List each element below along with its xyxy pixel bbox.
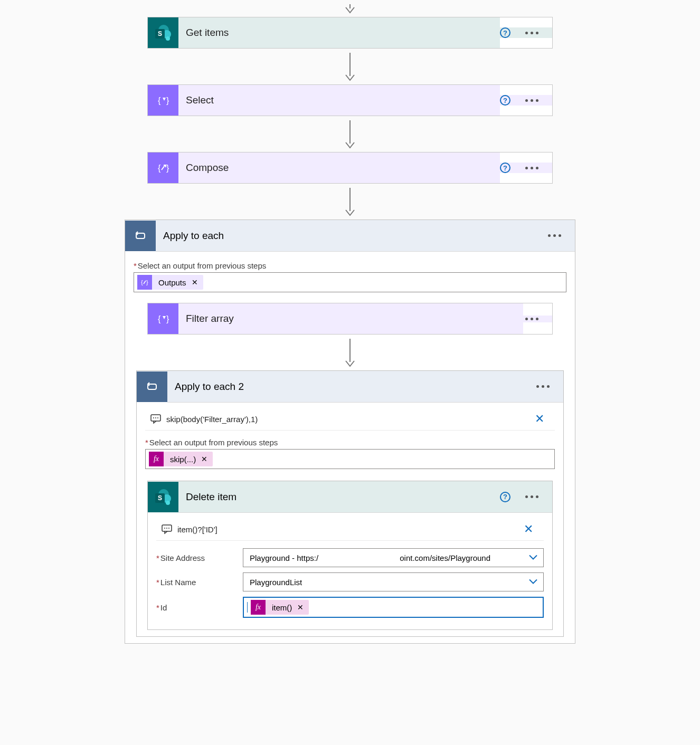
id-label: *Id (156, 603, 238, 612)
site-address-select[interactable]: Playground - https:/ oint.com/sites/Play… (243, 548, 544, 567)
card-menu-icon[interactable] (534, 383, 552, 390)
flow-arrow (147, 0, 553, 17)
action-card-get-items[interactable]: S Get items ? (147, 17, 553, 49)
id-input[interactable]: fx item() ✕ (243, 597, 544, 618)
card-menu-icon[interactable] (523, 30, 541, 36)
svg-text:}: } (146, 279, 148, 285)
card-header[interactable]: S Delete item ? (148, 481, 552, 513)
card-title: Get items (178, 17, 500, 48)
text-cursor (247, 602, 248, 613)
container-title: Apply to each 2 (167, 371, 534, 403)
container-header[interactable]: Apply to each (125, 220, 575, 252)
peek-code-text: item()?['ID'] (174, 525, 521, 534)
action-card-filter-array[interactable]: {} Filter array (147, 303, 553, 335)
flow-arrow (147, 335, 553, 370)
field-label: *Select an output from previous steps (134, 261, 566, 270)
flow-arrow (147, 49, 553, 84)
action-card-compose[interactable]: {} Compose ? (147, 152, 553, 184)
token-outputs[interactable]: {} Outputs ✕ (137, 275, 203, 290)
list-name-label: *List Name (156, 578, 238, 587)
svg-text:{: { (158, 164, 161, 173)
output-selector[interactable]: fx skip(...) ✕ (145, 449, 555, 469)
chevron-down-icon (528, 553, 538, 562)
svg-point-13 (164, 528, 165, 529)
compose-icon: {} (148, 152, 178, 183)
help-icon[interactable]: ? (500, 492, 510, 502)
card-menu-icon[interactable] (523, 165, 541, 171)
site-address-label: *Site Address (156, 553, 238, 562)
chevron-down-icon (528, 578, 538, 587)
select-icon: {} (148, 85, 178, 116)
svg-text:}: } (166, 96, 169, 105)
sharepoint-icon: S (148, 17, 178, 48)
apply-to-each-2-container: Apply to each 2 skip(body('Filter_array'… (136, 370, 564, 637)
card-menu-icon[interactable] (523, 316, 541, 322)
card-menu-icon[interactable] (546, 232, 563, 239)
svg-point-11 (157, 417, 158, 418)
svg-text:}: } (166, 164, 169, 173)
close-icon[interactable]: ✕ (521, 521, 536, 537)
token-item-expression[interactable]: fx item() ✕ (251, 600, 309, 615)
peek-code-row: skip(body('Filter_array'),1) ✕ (145, 408, 555, 431)
action-card-select[interactable]: {} Select ? (147, 84, 553, 116)
token-remove-icon[interactable]: ✕ (201, 455, 207, 463)
flow-arrow (147, 184, 553, 219)
comment-icon (159, 523, 174, 535)
help-icon[interactable]: ? (500, 95, 510, 106)
container-header[interactable]: Apply to each 2 (137, 371, 563, 403)
peek-code-row: item()?['ID'] ✕ (156, 518, 544, 541)
svg-point-15 (168, 528, 169, 529)
close-icon[interactable]: ✕ (532, 411, 547, 427)
card-menu-icon[interactable] (523, 493, 541, 500)
action-card-delete-item: S Delete item ? (147, 481, 553, 630)
list-name-select[interactable]: PlaygroundList (243, 572, 544, 591)
sharepoint-icon: S (148, 482, 178, 512)
flow-arrow (147, 116, 553, 152)
svg-point-9 (153, 417, 154, 418)
card-menu-icon[interactable] (523, 97, 541, 104)
card-title: Delete item (178, 481, 500, 513)
loop-icon (125, 221, 156, 251)
peek-code-text: skip(body('Filter_array'),1) (163, 415, 532, 424)
svg-text:}: } (166, 314, 169, 323)
help-icon[interactable]: ? (500, 163, 510, 173)
help-icon[interactable]: ? (500, 27, 510, 38)
svg-point-14 (166, 528, 167, 529)
svg-text:{: { (158, 314, 161, 323)
svg-point-10 (155, 417, 156, 418)
token-remove-icon[interactable]: ✕ (192, 278, 198, 286)
card-title: Filter array (178, 303, 523, 334)
loop-icon (137, 371, 167, 402)
token-skip-expression[interactable]: fx skip(...) ✕ (149, 452, 213, 466)
svg-text:{: { (158, 96, 161, 105)
comment-icon (148, 413, 163, 425)
svg-text:{: { (141, 279, 143, 285)
token-remove-icon[interactable]: ✕ (297, 603, 304, 612)
output-selector[interactable]: {} Outputs ✕ (134, 272, 566, 292)
filter-icon: {} (148, 303, 178, 334)
card-title: Select (178, 85, 500, 116)
apply-to-each-container: Apply to each *Select an output from pre… (125, 219, 575, 644)
field-label: *Select an output from previous steps (145, 438, 555, 447)
card-title: Compose (178, 152, 500, 183)
container-title: Apply to each (156, 220, 546, 252)
